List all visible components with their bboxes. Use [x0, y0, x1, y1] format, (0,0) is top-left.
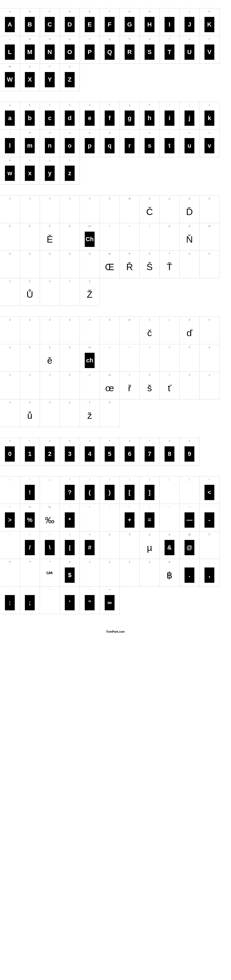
glyph-label: ù — [189, 374, 190, 377]
glyph-cell: Ú — [179, 250, 200, 278]
glyph-display: č — [140, 322, 159, 344]
glyph-display: N — [40, 41, 59, 63]
glyph-cell: žž — [80, 399, 100, 427]
glyph-section: ÀÁÂÃÄÅÆČČÇĎĎÉÈÊĚĚËChChÍÌÎÑŇŇØÓÒÔÕÖŒŒŘŘŠŠ… — [0, 195, 231, 305]
glyph-cell: ŘŘ — [119, 250, 140, 278]
glyph-display — [160, 349, 179, 372]
glyph-display — [100, 564, 119, 586]
glyph-display: Ů — [20, 283, 40, 305]
glyph-fallback: ě — [47, 355, 53, 366]
glyph-label: ž — [89, 401, 90, 404]
glyph-display: š — [140, 377, 159, 399]
glyph-display: l — [0, 135, 20, 157]
glyph-display — [0, 377, 20, 399]
glyph-cell: && — [159, 531, 180, 559]
glyph-label: ¶ — [129, 533, 130, 536]
glyph-cell: \\ — [40, 531, 60, 559]
glyph-cell: ,, — [199, 559, 220, 587]
glyph-cell: ™ — [20, 559, 40, 587]
glyph-label: ř — [129, 374, 130, 377]
glyph-label: L — [9, 38, 10, 41]
glyph-cell: "" — [80, 586, 100, 614]
glyph-label: + — [129, 506, 130, 509]
glyph-display — [40, 200, 59, 223]
glyph-display — [100, 200, 119, 223]
glyph-block: R — [125, 45, 135, 60]
glyph-cell: Ö — [80, 250, 100, 278]
glyph-label: ú — [209, 374, 210, 377]
glyph-block: j — [184, 110, 194, 126]
glyph-label: š — [149, 374, 150, 377]
glyph-cell: Ã — [59, 195, 80, 223]
glyph-fallback: Ě — [47, 234, 53, 245]
glyph-block: + — [125, 512, 135, 528]
glyph-label: č — [149, 318, 150, 322]
glyph-cell: ff — [99, 102, 120, 130]
glyph-display: Ř — [120, 256, 140, 278]
glyph-cell: Ñ — [159, 223, 180, 251]
glyph-display: & — [160, 536, 179, 559]
glyph-block: p — [85, 138, 95, 153]
glyph-cell: KK — [199, 8, 220, 36]
glyph-block: I — [165, 17, 175, 32]
glyph-label: 0 — [9, 439, 10, 443]
glyph-cell: 00 — [0, 438, 20, 465]
glyph-label: Å — [109, 197, 111, 200]
glyph-label: À — [9, 197, 11, 200]
glyph-block: O — [65, 45, 75, 60]
glyph-display: M — [20, 41, 40, 63]
glyph-label: u — [189, 131, 190, 135]
glyph-label: æ — [128, 318, 131, 322]
glyph-display: j — [180, 107, 199, 129]
glyph-cell: ĚĚ — [40, 223, 60, 251]
glyph-display: ] — [140, 481, 159, 504]
glyph-display: 1 — [20, 443, 40, 465]
glyph-block: , — [204, 568, 214, 583]
glyph-block: ; — [25, 595, 35, 610]
glyph-display: — — [180, 509, 199, 531]
glyph-cell: QQ — [99, 36, 120, 64]
glyph-display — [100, 404, 119, 427]
glyph-label: ; — [29, 588, 30, 592]
glyph-cell: £ — [119, 559, 140, 587]
glyph-display: H — [140, 13, 159, 36]
glyph-label: µ — [149, 533, 150, 536]
glyph-cell: %% — [20, 504, 40, 531]
glyph-cell: ŮŮ — [20, 278, 40, 306]
glyph-display: L — [0, 41, 20, 63]
glyph-cell: ã — [59, 317, 80, 344]
glyph-display: 9 — [180, 443, 199, 465]
glyph-display: A — [0, 13, 20, 36]
glyph-label: H — [149, 10, 151, 13]
glyph-label: Ú — [189, 252, 191, 256]
glyph-label: Ì — [129, 225, 130, 228]
glyph-label: { — [169, 478, 170, 481]
glyph-cell: ?? — [59, 476, 80, 504]
glyph-cell: HH — [140, 8, 160, 36]
glyph-block: [ — [125, 485, 135, 500]
glyph-block: q — [105, 138, 114, 153]
glyph-display: * — [60, 509, 80, 531]
glyph-block: W — [5, 72, 15, 87]
glyph-block: s — [144, 138, 154, 153]
glyph-label: € — [109, 561, 110, 564]
glyph-block: \ — [45, 540, 55, 555]
glyph-display — [60, 404, 80, 427]
glyph-block: - — [204, 512, 214, 528]
glyph-display: b — [20, 107, 40, 129]
glyph-display — [0, 564, 20, 586]
glyph-label: Ó — [9, 252, 11, 256]
glyph-label: Ů — [29, 280, 31, 283]
glyph-label: ä — [89, 318, 90, 322]
glyph-label: R — [129, 38, 131, 41]
glyph-block: B — [25, 17, 35, 32]
glyph-label: E — [89, 10, 90, 13]
glyph-cell: 55 — [99, 438, 120, 465]
glyph-label: ฿ — [168, 561, 170, 564]
glyph-label: ß — [109, 401, 111, 404]
glyph-label: Ř — [129, 252, 131, 256]
glyph-display: > — [0, 509, 20, 531]
glyph-label: ô — [49, 374, 50, 377]
glyph-display: Q — [100, 41, 119, 63]
glyph-cell: ww — [0, 157, 20, 185]
